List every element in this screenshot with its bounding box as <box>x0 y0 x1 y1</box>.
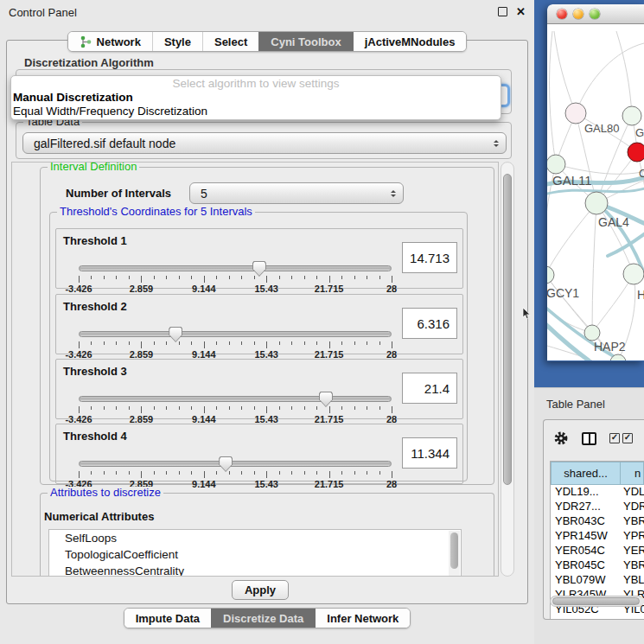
table-cell[interactable]: YBR043C <box>551 514 621 529</box>
slider-track[interactable] <box>79 265 392 271</box>
scrollbar-thumb[interactable] <box>552 597 640 605</box>
mouse-cursor <box>522 308 533 320</box>
dropdown-option-manual-discretization[interactable]: Manual Discretization <box>11 91 501 105</box>
tick-mark <box>191 471 192 475</box>
network-node-gal11[interactable] <box>547 155 565 174</box>
tab-impute-data[interactable]: Impute Data <box>124 609 211 628</box>
settings-vertical-scrollbar[interactable] <box>501 162 514 577</box>
list-scrollbar[interactable] <box>449 531 460 577</box>
network-canvas[interactable]: GAL80 GA GAL11 C GAL4 GCY1 H HAP2 <box>547 24 644 360</box>
tab-select[interactable]: Select <box>202 32 258 51</box>
table-cell[interactable]: YBL0 <box>621 573 644 588</box>
table-cell[interactable]: YBR0 <box>621 514 644 529</box>
network-node-hap2[interactable] <box>584 325 600 341</box>
tab-style[interactable]: Style <box>152 32 202 51</box>
slider-handle[interactable] <box>319 392 333 407</box>
table-row[interactable]: YBR043C YBR0 <box>551 514 644 529</box>
close-panel-icon[interactable]: ✕ <box>516 6 526 17</box>
table-cell[interactable]: YPR1 <box>621 529 644 544</box>
threshold-4-slider: -3.4262.8599.14415.4321.71528 <box>79 459 392 485</box>
table-cell[interactable]: YBR0 <box>621 558 644 573</box>
threshold-3-value-input[interactable]: 21.4 <box>402 373 457 404</box>
tick-mark <box>166 341 167 345</box>
tick-mark <box>316 471 317 475</box>
tick-mark <box>166 276 167 279</box>
table-cell[interactable]: YBR045C <box>551 558 621 573</box>
apply-button[interactable]: Apply <box>232 580 289 600</box>
tick-mark <box>367 406 367 410</box>
tab-infer-network[interactable]: Infer Network <box>315 609 410 628</box>
window-zoom-button[interactable] <box>590 9 600 19</box>
table-row[interactable]: YDL19... YDL1 <box>551 485 644 500</box>
tick-mark <box>216 276 217 279</box>
tab-discretize-data[interactable]: Discretize Data <box>211 609 315 628</box>
slider-handle[interactable] <box>252 261 266 277</box>
table-cell[interactable]: YDR2 <box>621 500 644 514</box>
slider-track[interactable] <box>79 331 392 337</box>
slider-handle[interactable] <box>169 327 182 342</box>
number-of-intervals-combobox[interactable]: 5 <box>189 182 404 204</box>
list-item-selfloops[interactable]: SelfLoops <box>49 530 461 546</box>
tick-mark <box>79 276 80 283</box>
network-node-gcy1[interactable] <box>547 266 554 284</box>
tick-mark <box>266 406 267 413</box>
table-cell[interactable]: YBL079W <box>551 573 621 588</box>
tick-mark <box>141 341 142 348</box>
network-node-h[interactable] <box>623 264 644 284</box>
tab-network[interactable]: Network <box>68 32 152 51</box>
slider-track[interactable] <box>79 461 392 467</box>
dropdown-option-equal-width[interactable]: Equal Width/Frequency Discretization <box>11 105 501 118</box>
table-cell[interactable]: YPR145W <box>551 529 621 544</box>
tick-label: 28 <box>386 284 397 294</box>
threshold-2-value-input[interactable]: 6.316 <box>402 308 457 339</box>
tab-discretize-data-label: Discretize Data <box>223 612 303 625</box>
tick-mark <box>279 471 280 475</box>
tick-mark <box>279 341 280 345</box>
network-node-red[interactable] <box>628 143 644 162</box>
table-cell[interactable]: YER054C <box>551 544 621 558</box>
column-checkboxes-icon[interactable]: ✓ ✓ <box>609 433 633 443</box>
tick-mark <box>304 471 305 475</box>
table-horizontal-scrollbar[interactable] <box>550 596 644 607</box>
slider-handle[interactable] <box>219 456 233 472</box>
tick-mark <box>254 276 255 279</box>
window-close-button[interactable] <box>557 9 567 19</box>
tab-infer-network-label: Infer Network <box>327 612 399 625</box>
network-node-gal4[interactable] <box>585 192 608 214</box>
tick-mark <box>204 406 205 413</box>
network-node-gal80[interactable] <box>565 103 586 124</box>
threshold-1-value-input[interactable]: 14.713 <box>402 242 457 273</box>
threshold-4-value-input[interactable]: 11.344 <box>402 437 457 469</box>
tick-mark <box>116 471 117 475</box>
table-cell[interactable]: YER0 <box>621 544 644 558</box>
table-panel-frame: ✓ ✓ shared... n YDL19... YDL1 YDR27... Y… <box>543 419 644 620</box>
tick-mark <box>179 276 180 279</box>
table-data-combobox[interactable]: galFiltered.sif default node <box>22 132 507 154</box>
list-item-betweennesscentrality[interactable]: BetweennessCentrality <box>49 563 461 577</box>
network-node[interactable] <box>622 106 641 125</box>
column-header-shared-name[interactable]: shared... <box>551 462 621 485</box>
window-minimize-button[interactable] <box>573 9 583 19</box>
table-row[interactable]: YER054C YER0 <box>551 544 644 558</box>
column-header-name[interactable]: n <box>621 462 644 485</box>
table-row[interactable]: YDR27... YDR2 <box>551 500 644 514</box>
node-label-hap2: HAP2 <box>594 340 626 354</box>
scrollbar-thumb[interactable] <box>503 174 512 485</box>
tab-jactivemnodules[interactable]: jActiveMNodules <box>353 32 467 51</box>
gear-icon[interactable] <box>553 430 569 446</box>
tick-mark <box>154 341 155 345</box>
list-item-topologicalcoefficient[interactable]: TopologicalCoefficient <box>49 546 461 563</box>
table-cell[interactable]: YDL19... <box>551 485 621 500</box>
tick-mark <box>291 341 292 345</box>
table-row[interactable]: YBL079W YBL0 <box>551 573 644 588</box>
slider-track[interactable] <box>79 396 392 402</box>
split-view-icon[interactable] <box>582 432 596 445</box>
table-cell[interactable]: YDL1 <box>621 485 644 500</box>
tick-mark <box>91 406 92 410</box>
tab-cyni-toolbox[interactable]: Cyni Toolbox <box>258 32 352 51</box>
table-cell[interactable]: YDR27... <box>551 500 621 514</box>
table-row[interactable]: YBR045C YBR0 <box>551 558 644 573</box>
table-row[interactable]: YPR145W YPR1 <box>551 529 644 544</box>
node-label-gcy1: GCY1 <box>547 286 579 300</box>
float-window-icon[interactable] <box>498 7 507 16</box>
